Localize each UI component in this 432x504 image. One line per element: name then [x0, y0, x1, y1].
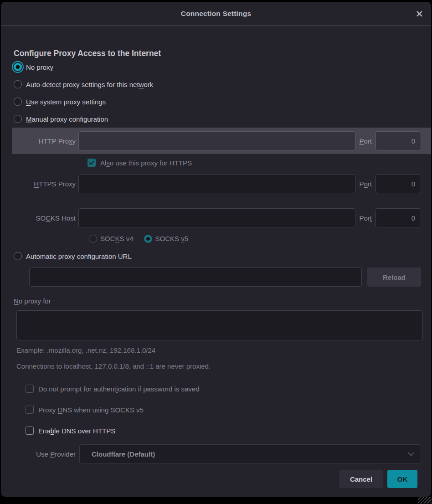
https-port-label: Port [359, 180, 372, 188]
dialog-titlebar: Connection Settings ✕ [1, 2, 431, 26]
ok-button[interactable]: OK [387, 470, 417, 488]
screen: Connection Settings ✕ Configure Proxy Ac… [0, 0, 432, 504]
socks-host-input[interactable] [78, 208, 355, 227]
radio-auto-url[interactable] [14, 252, 22, 260]
radio-auto-detect-label[interactable]: Auto-detect proxy settings for this netw… [26, 81, 153, 88]
http-proxy-label: HTTP Proxy [14, 137, 76, 145]
proxy-dns-checkbox[interactable] [26, 406, 34, 414]
radio-manual-proxy-label[interactable]: Manual proxy configuration [26, 115, 108, 123]
http-port-label: Port [359, 137, 372, 145]
provider-dropdown-value: Cloudflare (Default) [92, 450, 409, 458]
socks-version-row: SOCKS v4 SOCKS v5 [89, 233, 421, 244]
proxy-dns-label[interactable]: Proxy DNS when using SOCKS v5 [38, 406, 144, 414]
socks-port-label: Port [359, 214, 372, 222]
also-https-label[interactable]: Also use this proxy for HTTPS [100, 159, 192, 167]
auto-url-row: Reload [14, 267, 421, 287]
example-hint: Example: .mozilla.org, .net.nz, 192.168.… [16, 346, 421, 355]
page-title: Configure Proxy Access to the Internet [14, 48, 421, 58]
https-proxy-label: HTTPS Proxy [14, 180, 76, 188]
socks-host-row: SOCKS Host Port [14, 208, 421, 227]
resize-grip[interactable] [418, 497, 432, 504]
localhost-hint: Connections to localhost, 127.0.0.1/8, a… [16, 362, 421, 371]
check-icon [89, 160, 94, 165]
https-port-input[interactable] [375, 174, 421, 193]
proxy-dns-row[interactable]: Proxy DNS when using SOCKS v5 [26, 404, 421, 415]
cancel-button[interactable]: Cancel [339, 470, 383, 488]
enable-doh-row[interactable]: Enable DNS over HTTPS [26, 425, 421, 436]
radio-socks-v5[interactable] [144, 235, 152, 243]
no-proxy-for-textarea[interactable] [16, 310, 423, 340]
radio-auto-url-label[interactable]: Automatic proxy configuration URL [26, 252, 132, 260]
radio-socks-v4[interactable] [89, 235, 97, 243]
dialog-footer: Cancel OK [14, 470, 421, 488]
radio-row-auto-url[interactable]: Automatic proxy configuration URL [14, 251, 421, 262]
doh-provider-row: Use Provider Cloudflare (Default) [14, 444, 421, 463]
radio-socks-v5-label[interactable]: SOCKS v5 [155, 235, 189, 242]
http-port-input[interactable] [375, 131, 421, 150]
connection-settings-dialog: Connection Settings ✕ Configure Proxy Ac… [1, 2, 431, 497]
enable-doh-checkbox[interactable] [26, 427, 34, 435]
radio-system-proxy[interactable] [14, 98, 22, 106]
chevron-down-icon [408, 449, 414, 456]
socks-host-label: SOCKS Host [14, 214, 76, 222]
http-proxy-input[interactable] [78, 131, 355, 150]
radio-row-no-proxy[interactable]: No proxy [14, 58, 421, 76]
radio-auto-detect[interactable] [14, 80, 22, 88]
provider-dropdown[interactable]: Cloudflare (Default) [79, 444, 421, 463]
socks-port-input[interactable] [375, 208, 421, 227]
also-https-row[interactable]: Also use this proxy for HTTPS [87, 157, 421, 168]
enable-doh-label[interactable]: Enable DNS over HTTPS [38, 427, 115, 435]
no-proxy-for-label: No proxy for [14, 297, 421, 306]
radio-row-system-proxy[interactable]: Use system proxy settings [14, 93, 421, 110]
reload-button[interactable]: Reload [367, 267, 421, 287]
radio-system-proxy-label[interactable]: Use system proxy settings [26, 98, 106, 106]
no-prompt-auth-row[interactable]: Do not prompt for authentication if pass… [26, 383, 421, 394]
radio-no-proxy[interactable] [14, 63, 22, 71]
radio-manual-proxy[interactable] [14, 115, 22, 123]
also-https-checkbox[interactable] [87, 159, 96, 167]
radio-row-auto-detect[interactable]: Auto-detect proxy settings for this netw… [14, 76, 421, 93]
http-proxy-row: HTTP Proxy Port [12, 128, 431, 154]
dialog-title: Connection Settings [181, 10, 252, 18]
https-proxy-input[interactable] [78, 174, 355, 193]
radio-socks-v4-label[interactable]: SOCKS v4 [100, 235, 134, 242]
radio-no-proxy-label[interactable]: No proxy [26, 63, 53, 71]
close-icon[interactable]: ✕ [415, 9, 423, 19]
https-proxy-row: HTTPS Proxy Port [14, 174, 421, 193]
auto-url-input[interactable] [29, 267, 362, 287]
use-provider-label: Use Provider [14, 450, 76, 458]
radio-row-manual-proxy[interactable]: Manual proxy configuration [14, 110, 421, 128]
no-prompt-auth-checkbox[interactable] [26, 385, 34, 393]
no-prompt-auth-label[interactable]: Do not prompt for authentication if pass… [38, 385, 200, 393]
dialog-content: Configure Proxy Access to the Internet N… [1, 26, 431, 497]
